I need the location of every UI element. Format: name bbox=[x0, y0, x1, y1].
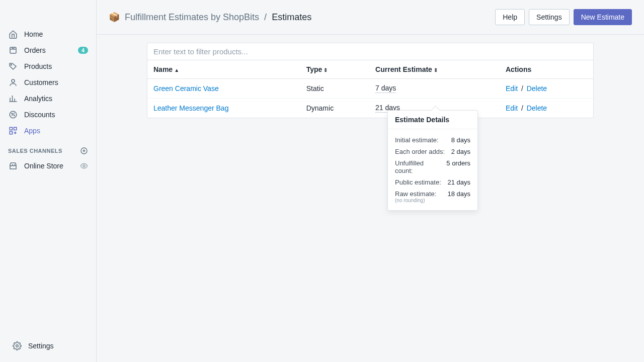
col-estimate[interactable]: Current Estimate⇕ bbox=[369, 60, 500, 79]
popover-title: Estimate Details bbox=[388, 111, 477, 129]
popover-key: Raw estimate: (no rounding) bbox=[395, 190, 436, 203]
action-separator: / bbox=[519, 104, 525, 112]
popover-row: Public estimate: 21 days bbox=[395, 176, 470, 188]
sidebar-item-label: Analytics bbox=[24, 95, 88, 103]
sidebar-item-label: Settings bbox=[28, 342, 84, 350]
sidebar-item-discounts[interactable]: Discounts bbox=[4, 107, 92, 123]
package-icon: 📦 bbox=[109, 12, 120, 23]
type-cell: Static bbox=[300, 79, 369, 99]
sidebar-item-customers[interactable]: Customers bbox=[4, 74, 92, 90]
breadcrumb-separator: / bbox=[264, 12, 267, 23]
view-store-icon[interactable] bbox=[80, 162, 88, 170]
popover-key: Unfulfilled count: bbox=[395, 159, 442, 174]
col-name[interactable]: Name▲ bbox=[147, 60, 300, 79]
popover-key: Each order adds: bbox=[395, 148, 445, 155]
popover-row: Raw estimate: (no rounding) 18 days bbox=[395, 188, 470, 205]
svg-point-5 bbox=[14, 115, 15, 116]
sidebar-item-label: Discounts bbox=[24, 111, 88, 119]
popover-value: 18 days bbox=[447, 190, 470, 203]
settings-button[interactable]: Settings bbox=[529, 9, 570, 25]
estimates-table: Name▲ Type⇕ Current Estimate⇕ Actions Gr… bbox=[147, 60, 593, 118]
svg-rect-7 bbox=[14, 127, 17, 130]
products-icon bbox=[8, 61, 18, 71]
popover-key-sub: (no rounding) bbox=[395, 198, 436, 203]
edit-link[interactable]: Edit bbox=[506, 104, 518, 112]
svg-point-10 bbox=[83, 165, 85, 167]
action-separator: / bbox=[519, 84, 525, 93]
sort-both-icon: ⇕ bbox=[434, 67, 438, 73]
sidebar-item-label: Products bbox=[24, 62, 88, 70]
add-channel-icon[interactable] bbox=[80, 147, 88, 155]
section-label: SALES CHANNELS bbox=[8, 148, 62, 154]
edit-link[interactable]: Edit bbox=[506, 84, 518, 93]
page-header: 📦 Fulfillment Estimates by ShopBits / Es… bbox=[97, 0, 644, 35]
discounts-icon bbox=[8, 110, 18, 120]
popover-key: Initial estimate: bbox=[395, 136, 439, 144]
popover-value: 2 days bbox=[451, 148, 470, 155]
sidebar-item-label: Customers bbox=[24, 78, 88, 86]
sidebar-item-products[interactable]: Products bbox=[4, 58, 92, 74]
popover-value: 5 orders bbox=[446, 159, 470, 174]
col-actions: Actions bbox=[500, 60, 593, 79]
sort-asc-icon: ▲ bbox=[174, 67, 179, 73]
settings-icon bbox=[12, 341, 22, 351]
sidebar-item-label: Apps bbox=[24, 127, 88, 135]
breadcrumb-current: Estimates bbox=[272, 12, 311, 23]
estimate-details-popover: Estimate Details Initial estimate: 8 day… bbox=[387, 110, 478, 211]
svg-point-1 bbox=[11, 64, 12, 65]
sidebar-item-label: Orders bbox=[24, 46, 78, 54]
table-row: Green Ceramic Vase Static 7 days Edit / … bbox=[147, 79, 593, 99]
sidebar-item-online-store[interactable]: Online Store bbox=[4, 158, 92, 174]
popover-row: Unfulfilled count: 5 orders bbox=[395, 157, 470, 176]
delete-link[interactable]: Delete bbox=[527, 104, 547, 112]
sidebar-item-settings[interactable]: Settings bbox=[8, 338, 88, 354]
analytics-icon bbox=[8, 94, 18, 104]
sales-channels-header: SALES CHANNELS bbox=[0, 139, 96, 158]
orders-badge: 4 bbox=[78, 47, 88, 54]
svg-point-4 bbox=[12, 113, 13, 114]
svg-rect-0 bbox=[10, 47, 16, 53]
new-estimate-button[interactable]: New Estimate bbox=[574, 9, 632, 25]
svg-point-2 bbox=[12, 79, 15, 82]
sidebar-item-label: Home bbox=[24, 30, 88, 38]
sidebar-item-orders[interactable]: Orders 4 bbox=[4, 42, 92, 58]
product-link[interactable]: Green Ceramic Vase bbox=[153, 84, 219, 93]
popover-row: Each order adds: 2 days bbox=[395, 146, 470, 157]
col-type[interactable]: Type⇕ bbox=[300, 60, 369, 79]
sidebar-item-home[interactable]: Home bbox=[4, 26, 92, 42]
popover-row: Initial estimate: 8 days bbox=[395, 134, 470, 146]
product-link[interactable]: Leather Messenger Bag bbox=[153, 104, 228, 112]
sidebar-item-analytics[interactable]: Analytics bbox=[4, 90, 92, 107]
help-button[interactable]: Help bbox=[495, 9, 525, 25]
apps-icon bbox=[8, 126, 18, 136]
content-area: Name▲ Type⇕ Current Estimate⇕ Actions Gr… bbox=[97, 35, 644, 126]
breadcrumb-app[interactable]: Fulfillment Estimates by ShopBits bbox=[125, 12, 259, 23]
svg-rect-8 bbox=[10, 132, 12, 134]
svg-rect-6 bbox=[10, 127, 12, 130]
home-icon bbox=[8, 29, 18, 39]
popover-key: Public estimate: bbox=[395, 178, 441, 186]
sidebar-item-apps[interactable]: Apps bbox=[4, 123, 92, 139]
svg-point-11 bbox=[16, 345, 19, 347]
estimates-card: Name▲ Type⇕ Current Estimate⇕ Actions Gr… bbox=[147, 43, 594, 118]
header-actions: Help Settings New Estimate bbox=[495, 9, 632, 25]
main-content: 📦 Fulfillment Estimates by ShopBits / Es… bbox=[97, 0, 644, 362]
popover-body: Initial estimate: 8 days Each order adds… bbox=[388, 129, 477, 210]
sidebar-item-label: Online Store bbox=[24, 162, 80, 170]
table-row: Leather Messenger Bag Dynamic 21 days Ed… bbox=[147, 99, 593, 118]
nav-list: Home Orders 4 Products Customers Analyti… bbox=[0, 26, 96, 139]
breadcrumb: 📦 Fulfillment Estimates by ShopBits / Es… bbox=[109, 12, 311, 23]
sort-both-icon: ⇕ bbox=[324, 67, 328, 73]
sidebar: Home Orders 4 Products Customers Analyti… bbox=[0, 0, 97, 362]
popover-value: 21 days bbox=[447, 178, 470, 186]
store-icon bbox=[8, 161, 18, 171]
filter-input[interactable] bbox=[147, 43, 593, 60]
type-cell: Dynamic bbox=[300, 99, 369, 118]
popover-value: 8 days bbox=[451, 136, 470, 144]
customers-icon bbox=[8, 77, 18, 87]
orders-icon bbox=[8, 45, 18, 55]
delete-link[interactable]: Delete bbox=[527, 84, 547, 93]
channels-list: Online Store bbox=[0, 158, 96, 174]
estimate-value[interactable]: 7 days bbox=[375, 84, 396, 93]
